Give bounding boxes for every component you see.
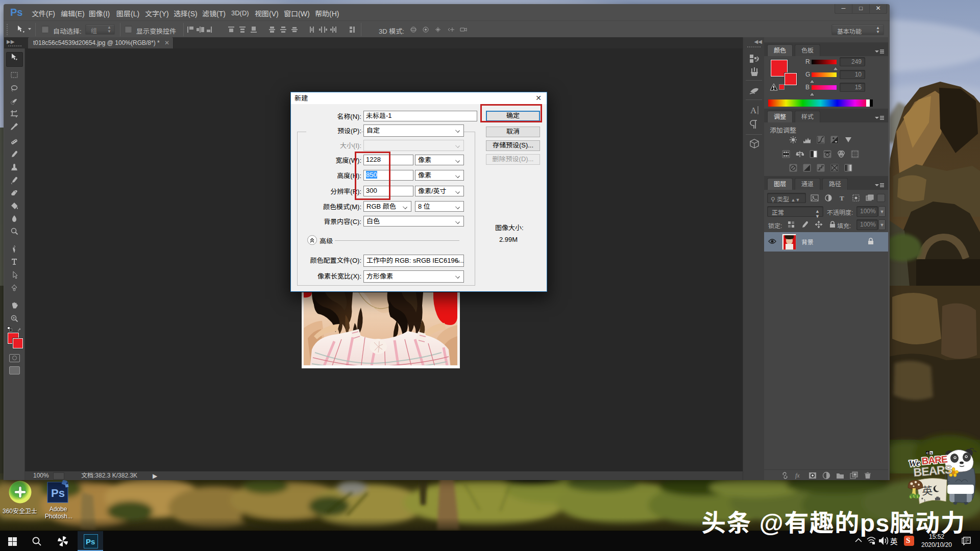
svg-text:BEARS: BEARS xyxy=(913,462,953,479)
svg-text:英: 英 xyxy=(922,485,933,497)
svg-text:N: N xyxy=(930,452,932,455)
svg-text:T: T xyxy=(840,194,844,202)
svg-text:fx: fx xyxy=(795,472,800,479)
svg-text:C: C xyxy=(926,452,929,455)
svg-text:Ps: Ps xyxy=(51,487,65,499)
svg-text:A: A xyxy=(750,106,757,115)
svg-text:Ps: Ps xyxy=(86,537,95,546)
